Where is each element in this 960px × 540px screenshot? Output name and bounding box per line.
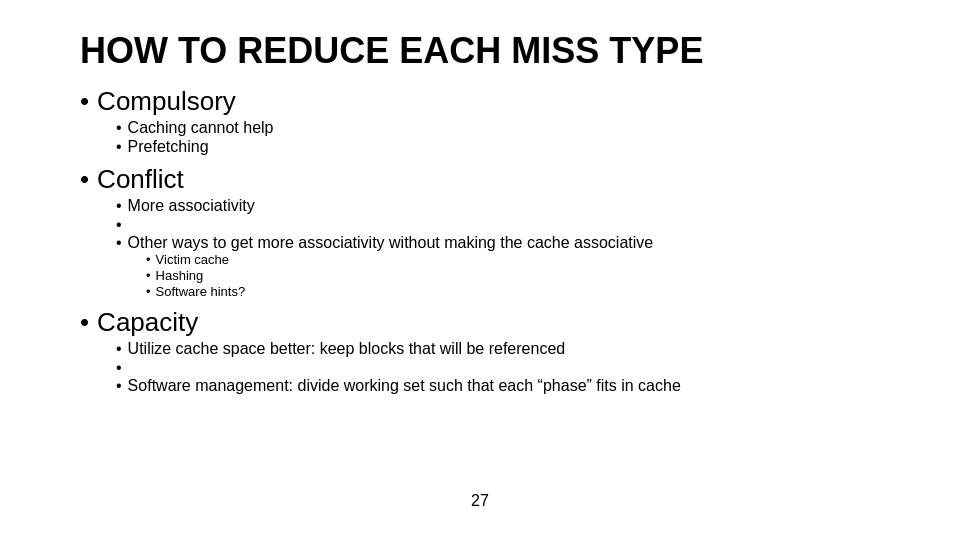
compulsory-items: Caching cannot help Prefetching xyxy=(116,119,880,156)
list-item: Utilize cache space better: keep blocks … xyxy=(116,340,880,358)
list-item: Caching cannot help xyxy=(116,119,880,137)
slide: HOW TO REDUCE EACH MISS TYPE Compulsory … xyxy=(0,0,960,540)
list-item: Software hints? xyxy=(146,284,880,299)
capacity-items: Utilize cache space better: keep blocks … xyxy=(116,340,880,395)
section-conflict: Conflict More associativity Other ways t… xyxy=(80,164,880,301)
list-item: Hashing xyxy=(146,268,880,283)
list-item: Victim cache xyxy=(146,252,880,267)
bullet-icon xyxy=(116,234,128,252)
list-item: Software management: divide working set … xyxy=(116,359,880,395)
section-capacity: Capacity Utilize cache space better: kee… xyxy=(80,307,880,397)
list-item: Prefetching xyxy=(116,138,880,156)
section-conflict-label: Conflict xyxy=(80,164,880,195)
conflict-items: More associativity Other ways to get mor… xyxy=(116,197,880,299)
page-number: 27 xyxy=(80,486,880,510)
list-item: More associativity xyxy=(116,197,880,215)
section-compulsory: Compulsory Caching cannot help Prefetchi… xyxy=(80,86,880,158)
sub-items: Victim cache Hashing Software hints? xyxy=(146,252,880,299)
slide-title: HOW TO REDUCE EACH MISS TYPE xyxy=(80,30,880,72)
bullet-icon xyxy=(116,377,128,395)
list-item: Other ways to get more associativity wit… xyxy=(116,216,880,299)
section-capacity-label: Capacity xyxy=(80,307,880,338)
section-compulsory-label: Compulsory xyxy=(80,86,880,117)
